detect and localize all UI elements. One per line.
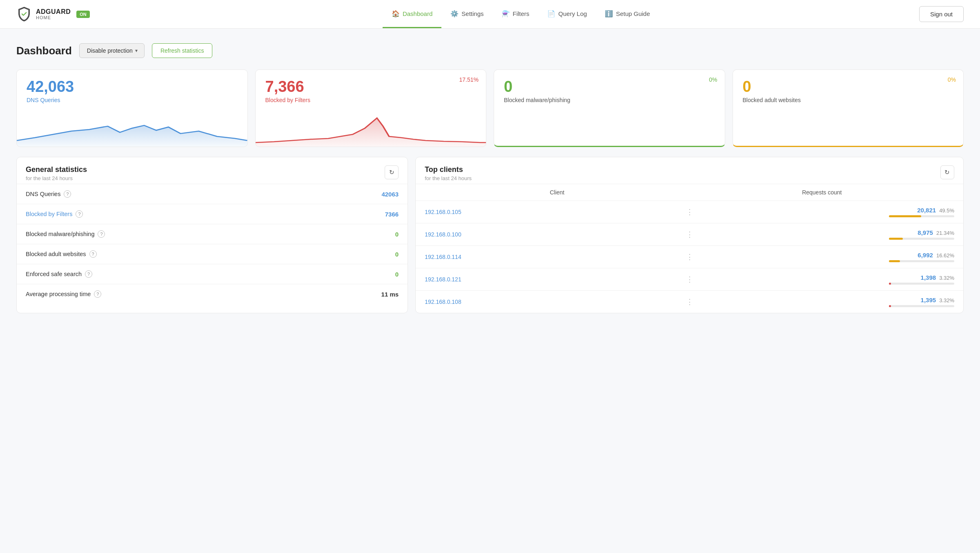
- sign-out-button[interactable]: Sign out: [919, 6, 964, 22]
- client-ip-2[interactable]: 192.168.0.114: [425, 254, 684, 260]
- page-header: Dashboard Disable protection ▾ Refresh s…: [16, 43, 964, 58]
- client-bar-track-2: [889, 260, 954, 262]
- client-ip-3[interactable]: 192.168.0.121: [425, 276, 684, 283]
- client-ip-4[interactable]: 192.168.0.108: [425, 299, 684, 305]
- logo-home-text: HOME: [36, 15, 71, 20]
- nav-settings[interactable]: ⚙️ Settings: [441, 0, 492, 28]
- client-bar-fill-2: [889, 260, 900, 262]
- top-clients-subtitle: for the last 24 hours: [425, 175, 472, 181]
- top-clients-panel: Top clients for the last 24 hours ↻ Clie…: [415, 157, 964, 313]
- stat-card-dns-queries: 42,063 DNS Queries: [16, 69, 248, 147]
- client-bar-track-1: [889, 238, 954, 240]
- client-bar-fill-1: [889, 238, 903, 240]
- dns-queries-number: 42,063: [27, 79, 238, 94]
- blocked-adult-label: Blocked adult websites: [743, 97, 954, 103]
- top-clients-header: Top clients for the last 24 hours ↻: [416, 157, 963, 184]
- blocked-filters-label: Blocked by Filters: [265, 97, 477, 103]
- blocked-malware-row-label: Blocked malware/phishing: [26, 231, 94, 237]
- blocked-malware-row-value: 0: [395, 231, 399, 238]
- blocked-malware-pct: 0%: [709, 76, 717, 83]
- client-menu-0[interactable]: ⋮: [685, 207, 695, 216]
- stat-row-blocked-filters: Blocked by Filters ? 7366: [17, 204, 408, 224]
- blocked-adult-help-icon[interactable]: ?: [89, 250, 97, 258]
- logo-shield-icon: [16, 7, 32, 22]
- client-pct-4: 3.32%: [939, 297, 954, 303]
- client-menu-1[interactable]: ⋮: [685, 230, 695, 239]
- general-stats-header: General statistics for the last 24 hours…: [17, 157, 408, 184]
- avg-time-help-icon[interactable]: ?: [94, 290, 101, 298]
- stat-row-blocked-malware: Blocked malware/phishing ? 0: [17, 224, 408, 244]
- nav-query-log[interactable]: 📄 Query Log: [538, 0, 596, 28]
- general-stats-title: General statistics: [26, 165, 87, 174]
- settings-icon: ⚙️: [450, 10, 459, 18]
- blocked-adult-pct: 0%: [948, 76, 956, 83]
- client-count-area-1: 8,975 21.34%: [695, 229, 954, 240]
- client-menu-2[interactable]: ⋮: [685, 252, 695, 261]
- client-count-area-3: 1,398 3.32%: [695, 274, 954, 285]
- blocked-adult-row-value: 0: [395, 251, 399, 258]
- clients-col-client-header: Client: [425, 189, 689, 196]
- safe-search-row-value: 0: [395, 271, 399, 278]
- stat-card-blocked-malware: 0% 0 Blocked malware/phishing: [494, 69, 725, 147]
- stats-cards-row: 42,063 DNS Queries 17.51% 7,366: [16, 69, 964, 147]
- filters-icon: ⚗️: [502, 10, 510, 18]
- clients-table-header: Client Requests count: [416, 184, 963, 201]
- client-bar-fill-0: [889, 215, 921, 217]
- client-bar-track-0: [889, 215, 954, 217]
- blocked-malware-help-icon[interactable]: ?: [98, 230, 105, 238]
- stat-row-dns-queries: DNS Queries ? 42063: [17, 184, 408, 204]
- chevron-down-icon: ▾: [135, 48, 138, 54]
- blocked-adult-row-label: Blocked adult websites: [26, 251, 86, 257]
- refresh-statistics-button[interactable]: Refresh statistics: [152, 43, 213, 58]
- blocked-filters-chart: [256, 114, 486, 147]
- blocked-filters-pct: 17.51%: [459, 76, 479, 83]
- stat-row-safe-search: Enforced safe search ? 0: [17, 264, 408, 284]
- general-stats-panel: General statistics for the last 24 hours…: [16, 157, 408, 313]
- client-row-1: 192.168.0.100 ⋮ 8,975 21.34%: [416, 223, 963, 245]
- safe-search-help-icon[interactable]: ?: [85, 270, 92, 278]
- main-nav: 🏠 Dashboard ⚙️ Settings ⚗️ Filters 📄 Que…: [122, 0, 919, 28]
- blocked-filters-help-icon[interactable]: ?: [76, 210, 83, 218]
- client-count-0: 20,821: [917, 207, 936, 214]
- client-pct-1: 21.34%: [936, 230, 954, 236]
- page-title: Dashboard: [16, 45, 72, 57]
- dns-queries-chart: [17, 114, 247, 147]
- nav-dashboard[interactable]: 🏠 Dashboard: [383, 0, 441, 28]
- client-count-area-0: 20,821 49.5%: [695, 207, 954, 217]
- client-bar-track-4: [889, 305, 954, 307]
- query-log-icon: 📄: [547, 10, 555, 18]
- avg-time-row-label: Average processing time: [26, 291, 91, 297]
- client-pct-0: 49.5%: [939, 207, 954, 214]
- refresh-icon: ↻: [389, 169, 394, 176]
- blocked-adult-number: 0: [743, 79, 954, 94]
- general-stats-subtitle: for the last 24 hours: [26, 175, 87, 181]
- logo: ADGUARD HOME ON: [16, 7, 90, 22]
- client-ip-0[interactable]: 192.168.0.105: [425, 209, 684, 215]
- client-bar-fill-4: [889, 305, 891, 307]
- blocked-filters-row-label: Blocked by Filters: [26, 211, 72, 217]
- bottom-panels: General statistics for the last 24 hours…: [16, 157, 964, 313]
- client-row-3: 192.168.0.121 ⋮ 1,398 3.32%: [416, 268, 963, 290]
- dns-queries-help-icon[interactable]: ?: [64, 190, 71, 198]
- stat-row-blocked-adult: Blocked adult websites ? 0: [17, 244, 408, 264]
- dashboard-icon: 🏠: [392, 10, 400, 18]
- client-count-4: 1,395: [921, 297, 936, 303]
- avg-time-row-value: 11 ms: [381, 291, 399, 298]
- nav-setup-guide[interactable]: ℹ️ Setup Guide: [596, 0, 659, 28]
- top-clients-refresh-button[interactable]: ↻: [940, 165, 954, 179]
- top-clients-title: Top clients: [425, 165, 472, 174]
- client-ip-1[interactable]: 192.168.0.100: [425, 231, 684, 238]
- disable-protection-button[interactable]: Disable protection ▾: [79, 43, 145, 58]
- blocked-malware-label: Blocked malware/phishing: [504, 97, 715, 103]
- client-count-area-4: 1,395 3.32%: [695, 297, 954, 307]
- client-menu-3[interactable]: ⋮: [685, 275, 695, 284]
- nav-filters[interactable]: ⚗️ Filters: [493, 0, 539, 28]
- client-bar-fill-3: [889, 283, 891, 285]
- general-stats-refresh-button[interactable]: ↻: [385, 165, 399, 179]
- client-pct-3: 3.32%: [939, 275, 954, 281]
- client-count-2: 6,992: [918, 252, 933, 259]
- refresh-icon-clients: ↻: [944, 169, 950, 176]
- client-bar-track-3: [889, 283, 954, 285]
- client-pct-2: 16.62%: [936, 252, 954, 259]
- client-menu-4[interactable]: ⋮: [685, 297, 695, 306]
